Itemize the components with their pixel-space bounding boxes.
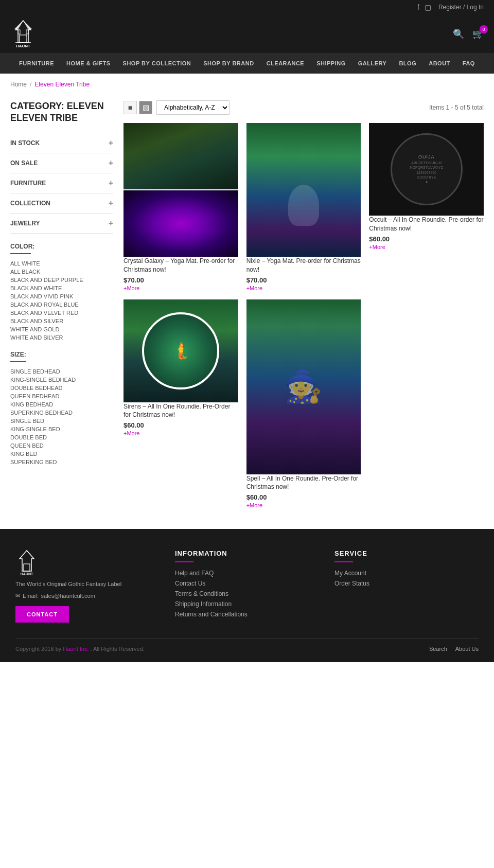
size-list: SINGLE BEDHEAD KING-SINGLE BEDHEAD DOUBL… [10, 367, 113, 466]
size-king-bed[interactable]: KING BED [10, 450, 113, 458]
product-more-sirens[interactable]: +More [123, 430, 238, 436]
product-price-crystal-galaxy: $70.00 [123, 276, 238, 284]
instagram-icon[interactable]: ▢ [425, 3, 431, 11]
size-superking-bedhead[interactable]: SUPERKING BEDHEAD [10, 409, 113, 417]
nav-shop-collection[interactable]: SHOP BY COLLECTION [117, 53, 198, 74]
size-single-bedhead[interactable]: SINGLE BEDHEAD [10, 367, 113, 376]
nav-clearance[interactable]: CLEARANCE [260, 53, 311, 74]
nav-shop-brand[interactable]: SHOP BY BRAND [197, 53, 260, 74]
color-white-silver[interactable]: WHITE AND SILVER [10, 333, 113, 342]
color-white-gold[interactable]: WHITE AND GOLD [10, 325, 113, 333]
product-card-nixie[interactable]: Nixie – Yoga Mat. Pre-order for Christma… [246, 123, 361, 291]
search-icon[interactable]: 🔍 [453, 28, 464, 40]
footer-info-title: INFORMATION [175, 550, 319, 557]
product-image-spell: 🧙 [246, 299, 361, 474]
color-black-silver[interactable]: BLACK AND SILVER [10, 317, 113, 325]
svg-marker-2 [14, 21, 23, 30]
footer-logo-col: HAUNT The World's Original Gothic Fantas… [15, 550, 160, 623]
product-card-occult[interactable]: OUIJA ABCDEFGHIJKLMNOPQRSTUVWXYZ 1234567… [369, 123, 484, 291]
product-price-occult: $60.00 [369, 235, 484, 243]
logo[interactable]: HAUNT [10, 20, 36, 48]
nav-about[interactable]: ABOUT [422, 53, 456, 74]
logo-icon: HAUNT [10, 20, 36, 48]
product-price-sirens: $60.00 [123, 421, 238, 429]
product-card-sirens[interactable]: 🧜 Sirens – All In One Roundie. Pre-Order… [123, 299, 238, 509]
color-all-white[interactable]: ALL WHITE [10, 259, 113, 268]
nav-home-gifts[interactable]: HOME & GIFTS [60, 53, 116, 74]
filter-furniture-icon: + [109, 179, 113, 188]
product-card-crystal-galaxy[interactable]: Crystal Galaxy – Yoga Mat. Pre-order for… [123, 123, 238, 291]
size-king-single-bedhead[interactable]: KING-SINGLE BEDHEAD [10, 376, 113, 384]
color-black-white[interactable]: BLACK AND WHITE [10, 284, 113, 292]
product-img-top [123, 123, 238, 189]
footer-link-my-account[interactable]: My Account [334, 570, 479, 577]
contact-button[interactable]: CONTACT [15, 606, 69, 623]
footer-bottom-about[interactable]: About Us [455, 646, 479, 652]
filter-in-stock[interactable]: IN STOCK + [10, 133, 113, 153]
breadcrumb-sep: / [30, 81, 31, 88]
nav-furniture[interactable]: FURNITURE [13, 53, 60, 74]
product-more-occult[interactable]: +More [369, 244, 484, 250]
size-queen-bedhead[interactable]: QUEEN BEDHEAD [10, 392, 113, 400]
cart-icon[interactable]: 🛒 0 [472, 28, 484, 40]
breadcrumb-home[interactable]: Home [10, 81, 27, 88]
footer-brand-link[interactable]: Haunt Inc. [63, 646, 89, 652]
size-double-bed[interactable]: DOUBLE BED [10, 433, 113, 441]
size-superking-bed[interactable]: SUPERKING BED [10, 458, 113, 466]
footer-email-address: sales@hauntcult.com [41, 593, 95, 599]
color-black-vivid-pink[interactable]: BLACK AND VIVID PINK [10, 292, 113, 300]
header: HAUNT 🔍 🛒 0 [0, 14, 494, 53]
product-name-nixie: Nixie – Yoga Mat. Pre-order for Christma… [246, 257, 361, 274]
size-queen-bed[interactable]: QUEEN BED [10, 441, 113, 450]
category-title: CATEGORY: ELEVEN ELEVEN TRIBE [10, 100, 113, 125]
color-black-deep-purple[interactable]: BLACK AND DEEP PURPLE [10, 276, 113, 284]
filter-furniture-label: FURNITURE [10, 180, 46, 187]
footer-link-terms[interactable]: Terms & Conditions [175, 590, 319, 597]
footer-link-contact-us[interactable]: Contact Us [175, 580, 319, 587]
color-black-royal-blue[interactable]: BLACK AND ROYAL BLUE [10, 300, 113, 309]
size-double-bedhead[interactable]: DOUBLE BEDHEAD [10, 384, 113, 392]
product-more-spell[interactable]: +More [246, 502, 361, 508]
filter-on-sale-label: ON SALE [10, 160, 38, 167]
product-more-crystal-galaxy[interactable]: +More [123, 285, 238, 291]
footer-link-help-faq[interactable]: Help and FAQ [175, 570, 319, 577]
breadcrumb: Home / Eleven Eleven Tribe [0, 74, 494, 95]
color-black-velvet-red[interactable]: BLACK AND VELVET RED [10, 309, 113, 317]
nav-gallery[interactable]: GALLERY [352, 53, 393, 74]
product-card-spell[interactable]: 🧙 Spell – All In One Roundie. Pre-Order … [246, 299, 361, 509]
product-more-nixie[interactable]: +More [246, 285, 361, 291]
product-image-nixie [246, 123, 361, 257]
filter-collection[interactable]: COLLECTION + [10, 193, 113, 214]
sort-select[interactable]: Alphabetically, A-ZAlphabetically, Z-APr… [156, 100, 230, 115]
items-count: Items 1 - 5 of 5 total [429, 104, 484, 111]
footer-bottom-search[interactable]: Search [429, 646, 447, 652]
size-king-bedhead[interactable]: KING BEDHEAD [10, 400, 113, 409]
footer-link-shipping[interactable]: Shipping Information [175, 600, 319, 608]
filter-on-sale[interactable]: ON SALE + [10, 153, 113, 173]
footer-link-returns[interactable]: Returns and Cancellations [175, 611, 319, 618]
svg-rect-1 [20, 35, 27, 43]
auth-link[interactable]: Register / Log In [438, 4, 484, 11]
nav-faq[interactable]: FAQ [456, 53, 481, 74]
size-single-bed[interactable]: SINGLE BED [10, 417, 113, 425]
list-view-button[interactable]: ▧ [139, 101, 152, 114]
footer-link-order-status[interactable]: Order Status [334, 580, 479, 587]
grid-view-button[interactable]: ■ [123, 101, 137, 114]
product-image-sirens: 🧜 [123, 299, 238, 402]
size-king-single-bed[interactable]: KING-SINGLE BED [10, 425, 113, 433]
facebook-icon[interactable]: f [417, 3, 419, 11]
footer-logo-icon: HAUNT [15, 550, 38, 575]
footer-bottom: Copyright 2016 by Haunt Inc. . All Right… [15, 638, 479, 652]
color-all-black[interactable]: ALL BLACK [10, 268, 113, 276]
footer-bottom-links: Search About Us [429, 646, 479, 652]
breadcrumb-current: Eleven Eleven Tribe [34, 81, 90, 88]
filter-furniture[interactable]: FURNITURE + [10, 173, 113, 193]
product-img-bottom [123, 190, 238, 257]
nav-shipping[interactable]: SHIPPING [310, 53, 352, 74]
size-section: SIZE: SINGLE BEDHEAD KING-SINGLE BEDHEAD… [10, 351, 113, 466]
color-label: COLOR: [10, 243, 113, 250]
footer-email: ✉ Email: sales@hauntcult.com [15, 592, 95, 599]
filter-jewelry[interactable]: JEWELRY + [10, 214, 113, 234]
nav-blog[interactable]: BLOG [393, 53, 422, 74]
footer-top: HAUNT The World's Original Gothic Fantas… [15, 550, 479, 623]
